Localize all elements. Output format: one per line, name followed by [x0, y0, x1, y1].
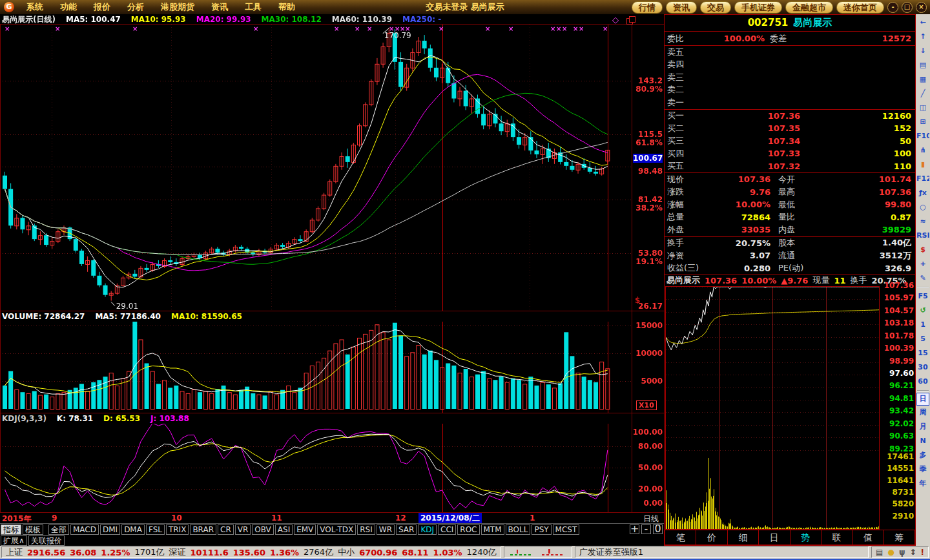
- money-flow-icon[interactable]: $: [635, 296, 640, 305]
- restore-window-icon[interactable]: [626, 16, 636, 25]
- panel-tab-指标[interactable]: 指标: [1, 524, 21, 535]
- menu-分析[interactable]: 分析: [119, 1, 152, 13]
- indicator-tab-OBV[interactable]: OBV: [252, 524, 274, 535]
- alert-icon[interactable]: !: [921, 548, 924, 557]
- signal-icon[interactable]: ψ: [899, 548, 905, 557]
- move-cross-icon[interactable]: +: [916, 257, 929, 271]
- menu-报价[interactable]: 报价: [85, 1, 119, 13]
- bottom-tab-扩展∧[interactable]: 扩展∧: [1, 535, 27, 546]
- kline-chart[interactable]: [0, 25, 632, 311]
- restore-button[interactable]: □: [902, 2, 913, 13]
- indicator-tab-EMV[interactable]: EMV: [294, 524, 316, 535]
- nav-pill-金融超市[interactable]: 金融超市: [785, 1, 833, 14]
- buy-row[interactable]: 买五107.32110: [665, 160, 915, 173]
- indicator-tab-VOL-TDX[interactable]: VOL-TDX: [317, 524, 356, 535]
- draw-icon[interactable]: ✎: [916, 271, 929, 285]
- view-tab-日[interactable]: 日: [758, 530, 789, 545]
- period-quarter[interactable]: 季: [916, 462, 929, 477]
- buy-row[interactable]: 买四107.33100: [665, 147, 915, 160]
- formula-icon[interactable]: ƒx: [916, 186, 929, 200]
- down-icon[interactable]: ↓: [916, 44, 929, 58]
- wave-icon[interactable]: ≈: [916, 214, 929, 229]
- period-30min[interactable]: 30: [916, 360, 929, 375]
- indicator-tab-全部[interactable]: 全部: [48, 524, 69, 535]
- bottom-tab-关联报价[interactable]: 关联报价: [28, 535, 65, 546]
- up-icon[interactable]: ↑: [916, 30, 929, 44]
- coin-icon[interactable]: ●: [887, 548, 894, 557]
- menu-港股期货[interactable]: 港股期货: [152, 1, 203, 13]
- circle-icon[interactable]: ○: [916, 200, 929, 214]
- multi-window-icon[interactable]: ⊞: [916, 115, 929, 129]
- indicator-tab-MCST[interactable]: MCST: [553, 524, 580, 535]
- indicator-tab-ROC[interactable]: ROC: [457, 524, 479, 535]
- indicator-tab-WR[interactable]: WR: [377, 524, 395, 535]
- period-multi[interactable]: 多: [916, 448, 929, 462]
- indicator-tab-RSI[interactable]: RSI: [357, 524, 375, 535]
- indicator-tab-TRIX[interactable]: TRIX: [166, 524, 189, 535]
- minimize-button[interactable]: -: [887, 2, 898, 13]
- reload-icon[interactable]: ↺: [916, 304, 929, 318]
- zoom-reset-button[interactable]: 0: [653, 524, 663, 534]
- period-1min[interactable]: 1: [916, 318, 929, 332]
- period-day[interactable]: 日: [916, 393, 929, 406]
- view-tab-筹[interactable]: 筹: [884, 530, 915, 545]
- view-tab-值[interactable]: 值: [852, 530, 883, 545]
- indicator-tab-BRAR[interactable]: BRAR: [190, 524, 216, 535]
- quote-table-icon[interactable]: ▦: [916, 72, 929, 87]
- back-icon[interactable]: ←: [916, 16, 929, 30]
- updown-icon[interactable]: ⇕: [909, 548, 916, 557]
- indicator-tab-FSL[interactable]: FSL: [146, 524, 165, 535]
- period-5min[interactable]: 5: [916, 332, 929, 346]
- nav-pill-手机证券[interactable]: 手机证券: [734, 1, 782, 14]
- structure-icon[interactable]: ⋔: [916, 143, 929, 158]
- period-month[interactable]: 月: [916, 420, 929, 434]
- zoom-out-button[interactable]: -: [641, 524, 651, 534]
- indicator-tab-BOLL[interactable]: BOLL: [506, 524, 531, 535]
- indicator-tab-DMA[interactable]: DMA: [121, 524, 145, 535]
- indicator-tab-PSY[interactable]: PSY: [532, 524, 551, 535]
- view-tab-势[interactable]: 势: [790, 530, 821, 545]
- panel-tab-模板[interactable]: 模板: [23, 524, 43, 535]
- minute-chart[interactable]: [666, 287, 879, 529]
- money-flow-icon[interactable]: $: [916, 243, 929, 257]
- broker-entry[interactable]: 广发证券至强版1: [575, 546, 869, 558]
- market-indices[interactable]: 上证2916.5636.081.25%1701亿深证10111.6135.601…: [1, 546, 501, 558]
- close-button[interactable]: ×: [916, 2, 927, 13]
- menu-工具[interactable]: 工具: [236, 1, 270, 13]
- indicator-tab-CCI[interactable]: CCI: [438, 524, 456, 535]
- indicator-tab-KDJ[interactable]: KDJ: [418, 524, 437, 535]
- buy-row[interactable]: 买一107.3612160: [665, 110, 915, 123]
- nav-pill-行情[interactable]: 行情: [632, 1, 663, 14]
- report-icon[interactable]: ▤: [916, 58, 929, 72]
- kline-icon[interactable]: ◫: [916, 101, 929, 115]
- menu-帮助[interactable]: 帮助: [270, 1, 304, 13]
- volume-chart[interactable]: [0, 322, 632, 413]
- period-60min[interactable]: 60: [916, 375, 929, 389]
- document-icon[interactable]: ▮: [916, 158, 929, 172]
- doc-icon[interactable]: ▤: [876, 548, 883, 557]
- sell-row[interactable]: 卖四: [665, 59, 915, 72]
- view-tab-联[interactable]: 联: [821, 530, 852, 545]
- period-15min[interactable]: 15: [916, 346, 929, 360]
- f10-button[interactable]: F10: [916, 129, 929, 143]
- indicator-tab-SAR[interactable]: SAR: [396, 524, 417, 535]
- indicator-tab-ASI[interactable]: ASI: [275, 524, 293, 535]
- indicator-tab-DMI[interactable]: DMI: [100, 524, 120, 535]
- buy-row[interactable]: 买二107.35152: [665, 122, 915, 135]
- indicator-tab-MACD[interactable]: MACD: [70, 524, 99, 535]
- indicator-tab-VR[interactable]: VR: [235, 524, 251, 535]
- menu-资讯[interactable]: 资讯: [203, 1, 236, 13]
- rsi-button[interactable]: RSI: [916, 229, 929, 243]
- nav-pill-迷你首页[interactable]: 迷你首页: [836, 1, 884, 14]
- mini-trend-panel[interactable]: [504, 546, 572, 558]
- sell-row[interactable]: 卖三: [665, 71, 915, 84]
- nav-pill-资讯[interactable]: 资讯: [666, 1, 697, 14]
- indicator-tab-CR[interactable]: CR: [218, 524, 234, 535]
- period-n[interactable]: N: [916, 434, 929, 448]
- sell-row[interactable]: 卖二: [665, 84, 915, 97]
- menu-系统[interactable]: 系统: [18, 1, 52, 13]
- nav-pill-交易[interactable]: 交易: [700, 1, 731, 14]
- f5-refresh-button[interactable]: F5: [916, 289, 929, 304]
- view-tab-笔[interactable]: 笔: [665, 530, 696, 545]
- trend-line-icon[interactable]: ╱: [916, 87, 929, 101]
